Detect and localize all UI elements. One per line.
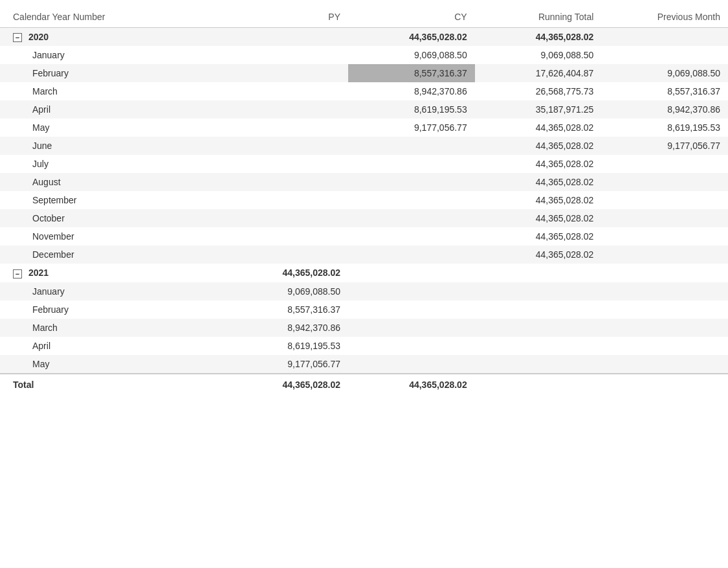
month-running-2020-july: 44,365,028.02	[475, 155, 602, 173]
month-name-2020-august: August	[0, 173, 221, 191]
header-col1: Calendar Year Number	[0, 6, 221, 28]
month-cy-2020-june	[348, 137, 475, 155]
year-cy-2020: 44,365,028.02	[348, 28, 475, 47]
month-cy-2020-july	[348, 155, 475, 173]
month-prev-2020-march: 8,557,316.37	[601, 82, 728, 100]
month-running-2020-january: 9,069,088.50	[475, 46, 602, 64]
month-py-2020-june	[221, 137, 348, 155]
year-py-2021: 44,365,028.02	[221, 264, 348, 282]
month-py-2021-april: 8,619,195.53	[221, 337, 348, 355]
total-label: Total	[0, 374, 221, 395]
month-row-2020-august: August 44,365,028.02	[0, 173, 728, 191]
month-name-2021-january: January	[0, 282, 221, 301]
month-prev-2020-august	[601, 173, 728, 191]
month-py-2020-july	[221, 155, 348, 173]
month-running-2020-november: 44,365,028.02	[475, 227, 602, 245]
month-row-2021-april: April 8,619,195.53	[0, 337, 728, 355]
month-name-2020-june: June	[0, 137, 221, 155]
month-name-2021-february: February	[0, 301, 221, 319]
month-name-2021-april: April	[0, 337, 221, 355]
month-cy-2021-march	[348, 319, 475, 337]
month-running-2020-september: 44,365,028.02	[475, 191, 602, 209]
month-running-2020-october: 44,365,028.02	[475, 209, 602, 227]
month-running-2020-august: 44,365,028.02	[475, 173, 602, 191]
month-row-2020-december: December 44,365,028.02	[0, 245, 728, 264]
month-name-2020-september: September	[0, 191, 221, 209]
total-py: 44,365,028.02	[221, 374, 348, 395]
year-running-2021	[475, 264, 602, 282]
month-prev-2020-may: 8,619,195.53	[601, 119, 728, 137]
month-cy-2020-may: 9,177,056.77	[348, 119, 475, 137]
month-prev-2021-january	[601, 282, 728, 301]
month-row-2020-may: May 9,177,056.77 44,365,028.02 8,619,195…	[0, 119, 728, 137]
month-prev-2020-february: 9,069,088.50	[601, 64, 728, 82]
month-prev-2021-february	[601, 301, 728, 319]
month-running-2020-may: 44,365,028.02	[475, 119, 602, 137]
year-label-2021: − 2021	[0, 264, 221, 282]
month-prev-2020-november	[601, 227, 728, 245]
month-name-2020-january: January	[0, 46, 221, 64]
month-cy-2020-december	[348, 245, 475, 264]
month-row-2020-march: March 8,942,370.86 26,568,775.73 8,557,3…	[0, 82, 728, 100]
month-cy-2020-august	[348, 173, 475, 191]
month-row-2020-september: September 44,365,028.02	[0, 191, 728, 209]
collapse-icon-2021[interactable]: −	[13, 269, 22, 278]
month-cy-2020-march: 8,942,370.86	[348, 82, 475, 100]
header-col4: Running Total	[475, 6, 602, 28]
month-running-2020-february: 17,626,404.87	[475, 64, 602, 82]
month-prev-2020-october	[601, 209, 728, 227]
month-py-2020-april	[221, 100, 348, 119]
month-cy-2020-january: 9,069,088.50	[348, 46, 475, 64]
month-cy-2021-february	[348, 301, 475, 319]
total-cy: 44,365,028.02	[348, 374, 475, 395]
month-py-2021-february: 8,557,316.37	[221, 301, 348, 319]
month-cy-2021-april	[348, 337, 475, 355]
month-py-2020-october	[221, 209, 348, 227]
month-row-2020-april: April 8,619,195.53 35,187,971.25 8,942,3…	[0, 100, 728, 119]
year-prev-2021	[601, 264, 728, 282]
month-running-2021-january	[475, 282, 602, 301]
month-py-2020-march	[221, 82, 348, 100]
month-name-2021-may: May	[0, 355, 221, 374]
month-running-2020-june: 44,365,028.02	[475, 137, 602, 155]
collapse-icon-2020[interactable]: −	[13, 33, 22, 42]
month-py-2020-december	[221, 245, 348, 264]
header-col5: Previous Month	[601, 6, 728, 28]
month-name-2020-april: April	[0, 100, 221, 119]
total-row: Total 44,365,028.02 44,365,028.02	[0, 374, 728, 395]
month-row-2021-january: January 9,069,088.50	[0, 282, 728, 301]
month-running-2021-april	[475, 337, 602, 355]
month-cy-2020-september	[348, 191, 475, 209]
month-py-2020-august	[221, 173, 348, 191]
month-running-2020-december: 44,365,028.02	[475, 245, 602, 264]
month-prev-2021-march	[601, 319, 728, 337]
month-running-2021-february	[475, 301, 602, 319]
month-running-2020-march: 26,568,775.73	[475, 82, 602, 100]
month-name-2020-october: October	[0, 209, 221, 227]
month-py-2020-january	[221, 46, 348, 64]
year-py-2020	[221, 28, 348, 47]
month-cy-2020-april: 8,619,195.53	[348, 100, 475, 119]
month-running-2021-may	[475, 355, 602, 374]
month-name-2020-march: March	[0, 82, 221, 100]
month-py-2021-january: 9,069,088.50	[221, 282, 348, 301]
year-cy-2021	[348, 264, 475, 282]
month-prev-2020-april: 8,942,370.86	[601, 100, 728, 119]
month-name-2020-february: February	[0, 64, 221, 82]
month-prev-2021-may	[601, 355, 728, 374]
table-container: Calendar Year Number PY CY Running Total…	[0, 0, 728, 568]
month-name-2020-may: May	[0, 119, 221, 137]
month-row-2021-march: March 8,942,370.86	[0, 319, 728, 337]
month-name-2021-march: March	[0, 319, 221, 337]
month-py-2021-may: 9,177,056.77	[221, 355, 348, 374]
month-row-2021-february: February 8,557,316.37	[0, 301, 728, 319]
month-cy-2020-november	[348, 227, 475, 245]
month-py-2020-september	[221, 191, 348, 209]
header-col3: CY	[348, 6, 475, 28]
month-prev-2020-december	[601, 245, 728, 264]
total-prev	[601, 374, 728, 395]
year-row-2021: − 2021 44,365,028.02	[0, 264, 728, 282]
month-row-2020-january: January 9,069,088.50 9,069,088.50	[0, 46, 728, 64]
month-name-2020-december: December	[0, 245, 221, 264]
month-py-2020-may	[221, 119, 348, 137]
